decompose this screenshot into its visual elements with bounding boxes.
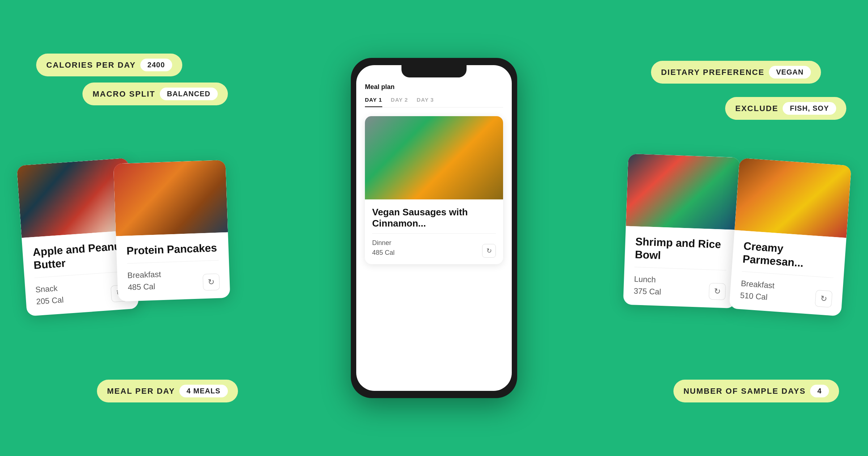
phone-meal-image [365, 116, 503, 199]
macro-value: BALANCED [160, 88, 218, 100]
exclude-value: FISH, SOY [783, 102, 836, 115]
dietary-pill: DIETARY PREFERENCE VEGAN [651, 61, 821, 84]
phone-meal-title: Vegan Sausages with Cinnamon... [372, 207, 496, 229]
exclude-pill: EXCLUDE FISH, SOY [725, 97, 846, 120]
creamy-card-divider [742, 271, 833, 278]
pancakes-card: Protein Pancakes Breakfast 485 Cal ↻ [113, 160, 230, 302]
phone-refresh-button[interactable]: ↻ [482, 244, 496, 258]
phone-tabs: DAY 1 DAY 2 DAY 3 [365, 97, 503, 107]
creamy-card-title: Creamy Parmesan... [742, 240, 835, 272]
creamy-card-meta: Breakfast 510 Cal ↻ [740, 277, 833, 308]
creamy-card-meta-text: Breakfast 510 Cal [740, 277, 775, 303]
tab-day3[interactable]: DAY 3 [417, 97, 434, 107]
apple-card-title: Apple and Peanut Butter [32, 240, 125, 272]
meal-per-day-pill: MEAL PER DAY 4 MEALS [97, 380, 238, 402]
tab-day1[interactable]: DAY 1 [365, 97, 382, 107]
meal-per-day-value: 4 MEALS [179, 385, 228, 397]
pancakes-card-image [113, 160, 228, 236]
shrimp-card-meta: Lunch 375 Cal ↻ [634, 273, 726, 300]
macro-label: MACRO SPLIT [93, 89, 156, 99]
shrimp-card-title: Shrimp and Rice Bowl [635, 235, 727, 264]
apple-card-meta-text: Snack 205 Cal [35, 282, 64, 308]
dietary-label: DIETARY PREFERENCE [661, 68, 765, 77]
exclude-label: EXCLUDE [735, 104, 778, 113]
pancakes-card-meta-text: Breakfast 485 Cal [127, 268, 162, 293]
creamy-card-image [735, 158, 851, 238]
phone-header: Meal plan [365, 83, 503, 91]
meal-per-day-label: MEAL PER DAY [107, 387, 175, 396]
pancakes-card-title: Protein Pancakes [126, 241, 218, 258]
shrimp-card-image [626, 154, 740, 230]
pancakes-card-divider [127, 260, 219, 264]
phone-screen: Meal plan DAY 1 DAY 2 DAY 3 Vegan Sausag… [356, 65, 512, 391]
creamy-refresh-button[interactable]: ↻ [815, 290, 833, 308]
dietary-value: VEGAN [769, 66, 811, 79]
phone-meal-card: Vegan Sausages with Cinnamon... Dinner 4… [365, 116, 503, 264]
phone-frame: Meal plan DAY 1 DAY 2 DAY 3 Vegan Sausag… [351, 58, 517, 398]
sample-days-label: NUMBER OF SAMPLE DAYS [684, 387, 806, 396]
phone-meal-divider [372, 233, 496, 234]
shrimp-card-meta-text: Lunch 375 Cal [634, 273, 662, 298]
shrimp-card: Shrimp and Rice Bowl Lunch 375 Cal ↻ [623, 154, 740, 309]
apple-card-divider [35, 271, 126, 278]
apple-card-meta: Snack 205 Cal ↻ [35, 277, 128, 308]
phone-content: Meal plan DAY 1 DAY 2 DAY 3 Vegan Sausag… [356, 65, 512, 391]
pancakes-refresh-button[interactable]: ↻ [203, 274, 220, 291]
shrimp-card-divider [634, 267, 726, 270]
calories-label: CALORIES PER DAY [46, 60, 136, 70]
phone-meal-body: Vegan Sausages with Cinnamon... Dinner 4… [365, 199, 503, 264]
calories-value: 2400 [140, 59, 173, 71]
sample-days-value: 4 [810, 385, 829, 397]
phone-notch [401, 65, 467, 77]
creamy-card: Creamy Parmesan... Breakfast 510 Cal ↻ [729, 158, 851, 316]
phone-meal-meta-text: Dinner 485 Cal [372, 238, 395, 258]
main-scene: CALORIES PER DAY 2400 MACRO SPLIT BALANC… [0, 0, 868, 456]
sample-days-pill: NUMBER OF SAMPLE DAYS 4 [673, 380, 839, 402]
shrimp-refresh-button[interactable]: ↻ [709, 283, 726, 300]
phone-meal-meta: Dinner 485 Cal ↻ [372, 238, 496, 258]
calories-pill: CALORIES PER DAY 2400 [36, 54, 182, 76]
pancakes-card-meta: Breakfast 485 Cal ↻ [127, 266, 220, 294]
macro-pill: MACRO SPLIT BALANCED [82, 83, 228, 105]
tab-day2[interactable]: DAY 2 [391, 97, 408, 107]
